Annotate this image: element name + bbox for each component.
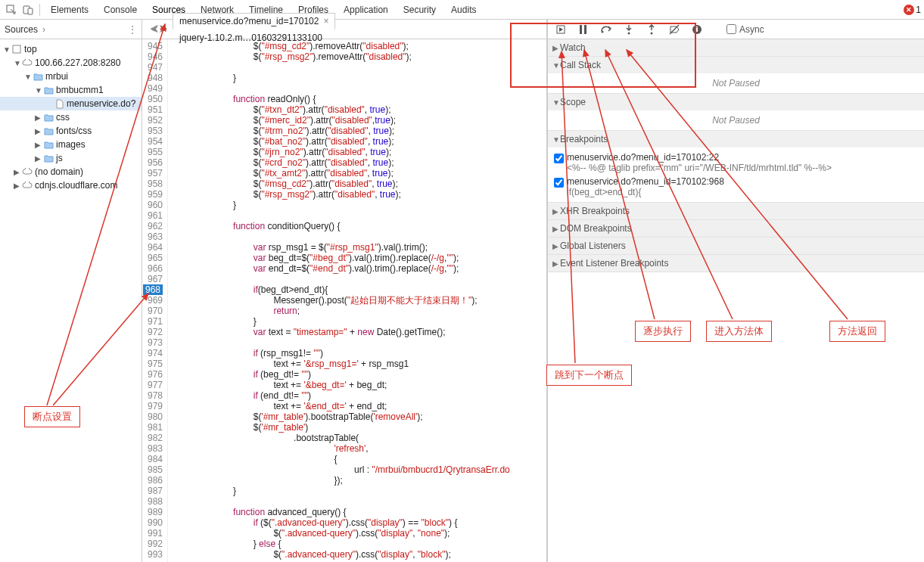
svg-point-7	[602, 30, 604, 33]
tree-item[interactable]: ▶js	[0, 151, 142, 165]
kebab-icon[interactable]: ⋮	[128, 24, 137, 35]
tree-item[interactable]: ▶images	[0, 138, 142, 151]
resume-icon[interactable]	[554, 23, 568, 36]
editor-pane: ⮜⮞ menuservice.do?menu_id=170102×jquery-…	[142, 20, 547, 562]
tree-item[interactable]: ▼bmbucmm1	[0, 83, 142, 97]
chevron-right-icon: ›	[42, 24, 45, 35]
debugger-pane: Async ▶Watch ▼Call Stack Not Paused ▼Sco…	[547, 20, 924, 562]
tab-console[interactable]: Console	[96, 2, 145, 18]
sources-title: Sources	[5, 24, 38, 35]
sources-header[interactable]: Sources › ⋮	[0, 20, 142, 39]
svg-rect-13	[696, 26, 698, 28]
sources-navigator: Sources › ⋮ ▼top▼100.66.227.208:8280▼mrb…	[0, 20, 142, 562]
tab-audits[interactable]: Audits	[443, 2, 484, 18]
devtools-toolbar: ElementsConsoleSourcesNetworkTimelinePro…	[0, 0, 924, 20]
svg-rect-3	[13, 45, 20, 53]
callstack-status: Not Paused	[548, 73, 924, 93]
tab-application[interactable]: Application	[336, 2, 396, 18]
svg-rect-2	[28, 8, 33, 14]
tree-item[interactable]: ▶fonts/css	[0, 124, 142, 138]
tab-security[interactable]: Security	[396, 2, 443, 18]
inspect-icon[interactable]	[3, 2, 20, 18]
breakpoints-list: menuservice.do?menu_id=170102:22<%-- %@ …	[548, 147, 924, 202]
debugger-toolbar: Async	[548, 20, 924, 39]
navigate-icon[interactable]: ⮜⮞	[150, 24, 168, 35]
step-into-icon[interactable]	[622, 23, 636, 36]
event-bp-section[interactable]: ▶Event Listener Breakpoints	[548, 255, 924, 272]
callstack-section[interactable]: ▼Call Stack	[548, 57, 924, 73]
pause-exceptions-icon[interactable]	[690, 23, 704, 36]
breakpoint-item[interactable]: menuservice.do?menu_id=170102:968if(beg_…	[554, 175, 918, 199]
svg-point-9	[651, 32, 653, 34]
breakpoints-section[interactable]: ▼Breakpoints	[548, 131, 924, 147]
step-out-icon[interactable]	[645, 23, 658, 36]
dom-bp-section[interactable]: ▶DOM Breakpoints	[548, 220, 924, 237]
tree-item[interactable]: menuservice.do?	[0, 97, 142, 110]
file-tabs: ⮜⮞ menuservice.do?menu_id=170102×jquery-…	[142, 20, 546, 39]
tree-item[interactable]: ▶cdnjs.cloudflare.com	[0, 179, 142, 192]
watch-section[interactable]: ▶Watch	[548, 39, 924, 56]
tree-item[interactable]: ▶css	[0, 110, 142, 124]
error-count: 1	[916, 5, 921, 15]
bp-checkbox[interactable]	[554, 178, 564, 188]
svg-rect-5	[580, 25, 582, 34]
global-listeners-section[interactable]: ▶Global Listeners	[548, 238, 924, 254]
pause-icon[interactable]	[577, 23, 590, 36]
step-over-icon[interactable]	[599, 23, 613, 36]
tree-item[interactable]: ▼100.66.227.208:8280	[0, 56, 142, 70]
tab-elements[interactable]: Elements	[43, 2, 96, 18]
bp-checkbox[interactable]	[554, 154, 564, 163]
error-badge-icon[interactable]: ✕	[904, 5, 914, 15]
scope-section[interactable]: ▼Scope	[548, 94, 924, 110]
svg-rect-6	[584, 25, 586, 34]
scope-status: Not Paused	[548, 110, 924, 130]
svg-rect-12	[696, 28, 698, 32]
line-gutter[interactable]: 9459469479489499509519529539549559569579…	[142, 39, 168, 562]
code-editor[interactable]: 9459469479489499509519529539549559569579…	[142, 39, 546, 562]
deactivate-bp-icon[interactable]	[667, 23, 681, 36]
tree-item[interactable]: ▶(no domain)	[0, 165, 142, 179]
close-icon[interactable]: ×	[323, 16, 328, 26]
breakpoint-item[interactable]: menuservice.do?menu_id=170102:22<%-- %@ …	[554, 151, 918, 175]
svg-point-8	[628, 32, 630, 34]
file-tree: ▼top▼100.66.227.208:8280▼mrbui▼bmbucmm1m…	[0, 39, 142, 195]
tree-item[interactable]: ▼mrbui	[0, 70, 142, 83]
code-content[interactable]: $("#msg_cd2").removeAttr("disabled"); $(…	[168, 39, 515, 562]
device-icon[interactable]	[20, 2, 36, 18]
async-checkbox[interactable]: Async	[726, 24, 764, 35]
tree-item[interactable]: ▼top	[0, 42, 142, 56]
file-tab[interactable]: menuservice.do?menu_id=170102×	[173, 13, 335, 29]
xhr-bp-section[interactable]: ▶XHR Breakpoints	[548, 203, 924, 219]
